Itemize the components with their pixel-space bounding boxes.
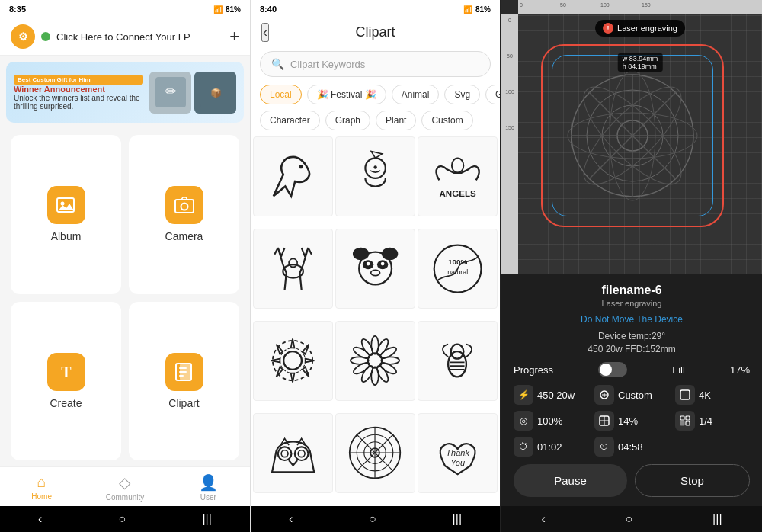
clipart-grid: ANGELS 100%natural	[251, 133, 500, 506]
stop-button[interactable]: Stop	[635, 464, 750, 497]
filter-festival[interactable]: 🎉 Festival 🎉	[307, 85, 386, 104]
ruler-left-100: 100	[505, 89, 514, 95]
bottom-nav: ⌂ Home ◇ Community 👤 User	[0, 466, 250, 506]
status-bar-home: 8:35 📶 81%	[0, 0, 250, 18]
progress-toggle[interactable]	[598, 362, 627, 377]
filter-custom[interactable]: Custom	[421, 111, 472, 130]
power-icon: ⚡	[514, 385, 533, 405]
stats-grid: ⚡ 450 20w Custom 4K ◎ 100%	[514, 385, 750, 457]
grid-item-clipart[interactable]: Clipart	[129, 302, 239, 461]
svg-point-54	[295, 447, 309, 460]
clipart-mandala[interactable]	[335, 413, 415, 493]
grid-item-camera[interactable]: Camera	[129, 135, 239, 294]
svg-point-46	[352, 345, 371, 361]
svg-point-56	[298, 450, 305, 457]
laser-object[interactable]	[541, 44, 724, 227]
home-sys-btn-3[interactable]: ○	[626, 512, 633, 526]
clipart-topbar: ‹ Clipart	[251, 18, 500, 46]
camera-label: Camera	[165, 230, 203, 242]
banner-badge: Best Custom Gift for Him	[14, 75, 143, 85]
recents-sys-btn-2[interactable]: |||	[453, 512, 462, 526]
svg-point-14	[299, 165, 303, 168]
filter-plant[interactable]: Plant	[376, 111, 416, 130]
banner-subtitle: Unlock the winners list and reveal the t…	[14, 94, 143, 111]
add-button[interactable]: +	[229, 27, 239, 46]
stat-4k-val: 4K	[699, 389, 711, 401]
laser-subtype: Laser engraving	[514, 299, 750, 308]
banner[interactable]: Best Custom Gift for Him Winner Announce…	[6, 62, 244, 123]
dimension-label: w 83.94mm h 84.19mm	[618, 53, 663, 72]
back-sys-btn[interactable]: ‹	[38, 512, 42, 526]
time1-icon: ⏱	[514, 437, 533, 457]
clipart-bird[interactable]	[253, 136, 333, 216]
stat-fraction-val: 1/4	[699, 415, 712, 427]
filter-animal[interactable]: Animal	[392, 85, 440, 104]
filter-svg[interactable]: Svg	[444, 85, 480, 104]
home-sys-btn[interactable]: ○	[119, 512, 126, 526]
stat-time2-val: 04:58	[618, 441, 643, 453]
svg-point-32	[283, 351, 302, 370]
search-bar[interactable]: 🔍 Clipart Keywords	[260, 51, 491, 77]
filter-character[interactable]: Character	[260, 111, 320, 130]
clipart-deer[interactable]	[253, 229, 333, 309]
clipart-sunflower2[interactable]	[335, 321, 415, 401]
panel-clipart: 8:40 📶 81% ‹ Clipart 🔍 Clipart Keywords …	[250, 0, 500, 532]
stat-time2: ⏲ 04:58	[594, 437, 669, 457]
dim-w: w 83.94mm	[623, 55, 658, 62]
search-icon: 🔍	[271, 58, 284, 70]
create-label: Create	[50, 397, 82, 409]
pause-button[interactable]: Pause	[514, 464, 627, 497]
filter-graph[interactable]: Graph	[325, 111, 370, 130]
connect-text[interactable]: Click Here to Connect Your LP	[56, 31, 190, 43]
recents-sys-btn[interactable]: |||	[202, 512, 211, 526]
svg-rect-12	[179, 371, 187, 373]
ruler-50: 50	[560, 2, 566, 8]
clipart-title: Clipart	[355, 24, 395, 40]
ruler-150: 150	[642, 2, 651, 8]
toggle-thumb	[600, 364, 612, 376]
clipart-owl[interactable]	[253, 413, 333, 493]
album-label: Album	[51, 230, 82, 242]
clipart-sunflower1[interactable]	[253, 321, 333, 401]
laser-warning[interactable]: Do Not Move The Device	[514, 314, 750, 325]
nav-community[interactable]: ◇ Community	[83, 473, 166, 502]
clipart-natural[interactable]: 100%natural	[418, 229, 498, 309]
stat-percent: ◎ 100%	[514, 411, 588, 431]
back-button[interactable]: ‹	[261, 23, 269, 42]
back-sys-btn-3[interactable]: ‹	[541, 512, 545, 526]
grid-item-album[interactable]: Album	[11, 135, 121, 294]
stat-fraction: 1/4	[675, 411, 750, 431]
nav-home[interactable]: ⌂ Home	[0, 473, 83, 502]
svg-point-5	[60, 202, 64, 206]
lp-icon: ⚙	[11, 24, 35, 49]
svg-text:📦: 📦	[210, 87, 221, 98]
ruler-top: 0 50 100 150	[518, 0, 762, 14]
panel-home: 8:35 📶 81% ⚙ Click Here to Connect Your …	[0, 0, 250, 532]
ruler-0: 0	[520, 2, 523, 8]
svg-point-43	[360, 364, 375, 383]
filter-gcode[interactable]: Gcode	[485, 85, 500, 104]
svg-text:You: You	[450, 458, 465, 467]
svg-point-41	[375, 364, 390, 383]
clipart-panda[interactable]	[335, 229, 415, 309]
create-icon-box: T	[47, 353, 85, 391]
filter-local[interactable]: Local	[260, 85, 302, 104]
community-nav-label: Community	[106, 493, 145, 502]
stat-time1-val: 01:02	[537, 441, 562, 453]
recents-sys-btn-3[interactable]: |||	[712, 512, 722, 526]
banner-title: Winner Announcement	[14, 85, 143, 94]
grid-item-create[interactable]: T Create	[11, 302, 121, 461]
topbar-left: ⚙ Click Here to Connect Your LP	[11, 24, 190, 49]
nav-user[interactable]: 👤 User	[167, 473, 250, 502]
svg-point-44	[352, 361, 371, 376]
clipart-angels[interactable]: ANGELS	[418, 136, 498, 216]
clipart-thankyou[interactable]: ThankYou	[418, 413, 498, 493]
clipart-santa[interactable]	[335, 136, 415, 216]
back-sys-btn-2[interactable]: ‹	[289, 512, 293, 526]
svg-point-26	[367, 262, 370, 266]
stat-custom: Custom	[594, 385, 669, 405]
stat-percent-val: 100%	[537, 415, 562, 427]
clipart-bee[interactable]	[418, 321, 498, 401]
home-sys-btn-2[interactable]: ○	[369, 512, 376, 526]
sys-nav-laser: ‹ ○ |||	[501, 506, 762, 532]
